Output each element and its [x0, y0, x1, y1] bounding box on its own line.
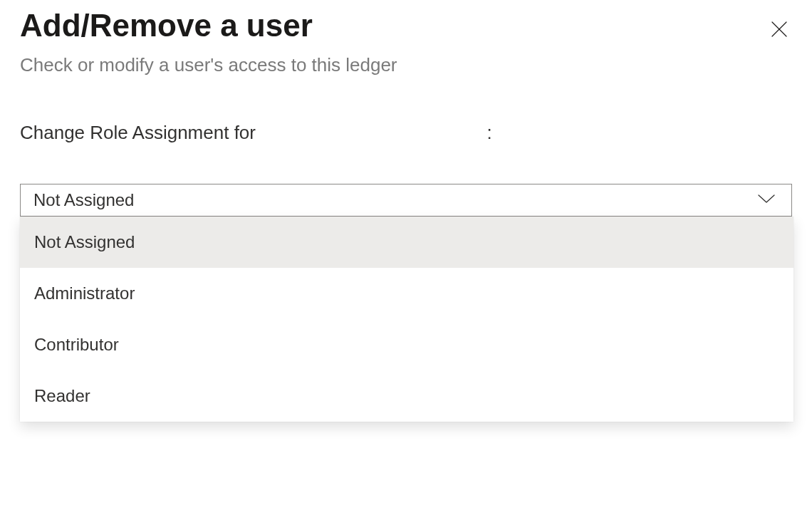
role-option[interactable]: Reader: [20, 370, 793, 422]
panel-subtitle: Check or modify a user's access to this …: [20, 54, 792, 76]
role-option[interactable]: Contributor: [20, 319, 793, 370]
role-dropdown-selected-value: Not Assigned: [33, 190, 134, 210]
role-dropdown: Not Assigned Not AssignedAdministratorCo…: [20, 184, 792, 217]
role-dropdown-trigger[interactable]: Not Assigned: [20, 184, 792, 217]
close-icon: [770, 20, 788, 41]
panel-header: Add/Remove a user: [20, 0, 792, 43]
close-button[interactable]: [766, 17, 792, 43]
role-dropdown-list: Not AssignedAdministratorContributorRead…: [20, 217, 793, 422]
panel-title: Add/Remove a user: [20, 9, 313, 43]
role-assignment-label: Change Role Assignment for :: [20, 122, 792, 144]
role-option[interactable]: Not Assigned: [20, 217, 793, 268]
role-option[interactable]: Administrator: [20, 268, 793, 319]
label-suffix: :: [486, 122, 491, 143]
label-prefix: Change Role Assignment for: [20, 122, 256, 143]
chevron-down-icon: [757, 193, 776, 207]
